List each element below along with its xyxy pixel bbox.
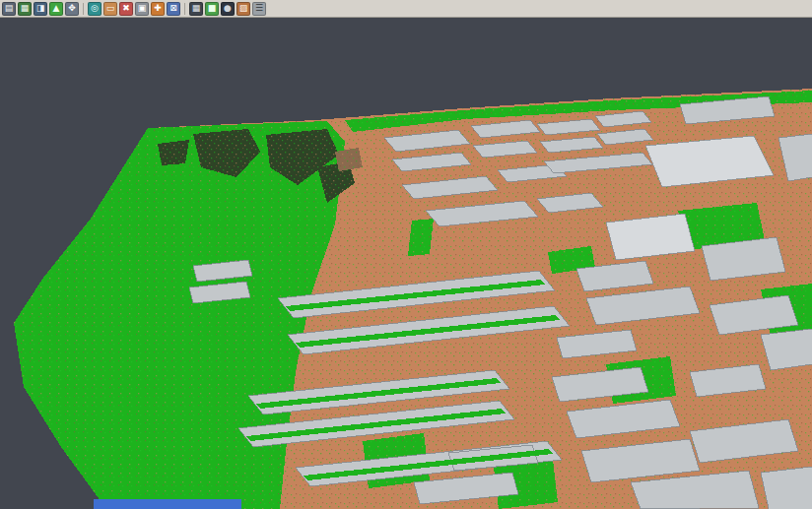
toolbar-separator: [83, 3, 84, 15]
model-viewport-svg[interactable]: [0, 18, 812, 509]
shaded-view-icon[interactable]: ■: [205, 2, 219, 16]
bottom-blue-strip: [94, 499, 241, 509]
orbit-view-icon[interactable]: ◎: [88, 2, 102, 16]
settings-icon[interactable]: ☰: [252, 2, 266, 16]
toolbar: ▤▦◨▲✥◎▭✖▣✚⊠▦■●▨☰: [0, 0, 812, 18]
wireframe-view-icon[interactable]: ▦: [189, 2, 203, 16]
zoom-in-icon[interactable]: ✚: [151, 2, 165, 16]
navigation-icon[interactable]: ✥: [65, 2, 79, 16]
toolbar-separator: [184, 3, 185, 15]
textured-view-icon[interactable]: ▨: [237, 2, 250, 16]
toolbar-icons: ▤▦◨▲✥◎▭✖▣✚⊠▦■●▨☰: [2, 2, 266, 16]
crop-region-icon[interactable]: ▣: [135, 2, 149, 16]
open-project-icon[interactable]: ▤: [2, 2, 16, 16]
point-cloud-view-icon[interactable]: ●: [221, 2, 235, 16]
save-project-icon[interactable]: ▦: [18, 2, 32, 16]
zoom-fit-icon[interactable]: ⊠: [167, 2, 180, 16]
rectangle-select-icon[interactable]: ▭: [103, 2, 117, 16]
delete-selection-icon[interactable]: ✖: [119, 2, 133, 16]
model-viewport[interactable]: [0, 18, 812, 509]
import-photos-icon[interactable]: ◨: [34, 2, 47, 16]
terrain-model-icon[interactable]: ▲: [49, 2, 63, 16]
